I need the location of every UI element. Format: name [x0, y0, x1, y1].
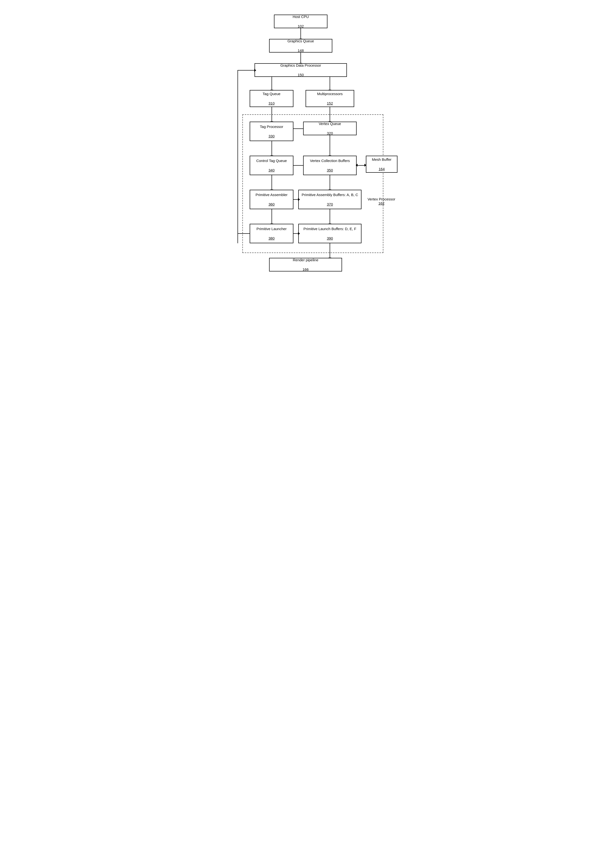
graphics-queue-label: Graphics Queue: [288, 39, 314, 44]
arrow-gdp-to-mp: [330, 77, 330, 90]
pl-label: Primitive Launcher: [256, 227, 287, 231]
gdp-ref: 150: [297, 72, 303, 77]
arrow-cpu-to-gq: [300, 28, 301, 39]
arrow-gq-to-gdp: [300, 52, 301, 63]
arrow-mp-to-vq: [330, 107, 330, 121]
arrow-pl-to-plb: [294, 233, 298, 234]
arrow-pa-to-pl: [272, 209, 272, 224]
rp-label: Render pipeline: [293, 258, 318, 263]
arrow-tp-to-ctq: [272, 141, 272, 156]
primitive-launch-buffers-box: Primitive Launch Buffers: D, E, F 390: [298, 224, 361, 243]
mesh-buffer-box: Mesh Buffer 164: [366, 156, 398, 173]
rp-ref: 166: [302, 267, 308, 272]
feedback-bottom-h: [237, 233, 250, 234]
arrow-pa-to-pab: [294, 199, 298, 200]
arrow-ctq-to-pa: [272, 175, 272, 190]
multiprocessors-box: Multiprocessors 152: [306, 90, 354, 107]
pl-ref: 380: [269, 236, 275, 241]
pa-label: Primitive Assembler: [256, 192, 288, 197]
ctq-label: Control Tag Queue: [256, 158, 287, 163]
tp-ref: 330: [269, 134, 275, 139]
primitive-assembler-box: Primitive Assembler 360: [250, 190, 294, 209]
vertex-queue-box: Vertex Queue 320: [303, 121, 357, 135]
primitive-assembly-buffers-box: Primitive Assembly Buffers: A, B, C 370: [298, 190, 361, 209]
arrow-plb-to-rp: [330, 243, 330, 258]
diagram: Host CPU 102 Graphics Queue 148 Graphics…: [215, 10, 401, 268]
control-tag-queue-box: Control Tag Queue 340: [250, 156, 294, 175]
arrow-ctq-right-h: [294, 165, 303, 165]
vcb-ref: 350: [327, 168, 333, 173]
arrow-gdp-to-tq: [272, 77, 272, 90]
gdp-label: Graphics Data Processor: [280, 63, 321, 68]
mb-ref: 164: [379, 167, 385, 172]
render-pipeline-box: Render pipeline 166: [269, 258, 342, 271]
arrow-tp-to-vq-h: [294, 128, 303, 129]
graphics-queue-ref: 148: [297, 48, 303, 53]
arrow-vcb-to-pab: [330, 175, 330, 190]
tag-queue-label: Tag Queue: [262, 91, 280, 96]
graphics-data-processor-box: Graphics Data Processor 150: [255, 63, 347, 77]
pab-label: Primitive Assembly Buffers: A, B, C: [302, 192, 358, 197]
tag-queue-ref: 310: [269, 101, 275, 106]
vq-label: Vertex Queue: [319, 121, 341, 126]
vertex-processor-label: Vertex Processor 162: [365, 197, 398, 205]
tag-queue-box: Tag Queue 310: [250, 90, 294, 107]
arrow-tq-to-tp: [272, 107, 272, 121]
vcb-label: Vertex Collection Buffers: [310, 158, 350, 163]
host-cpu-box: Host CPU 102: [274, 14, 327, 28]
plb-ref: 390: [327, 236, 333, 241]
vq-ref: 320: [327, 131, 333, 136]
host-cpu-ref: 102: [297, 24, 303, 29]
feedback-left-v: [237, 70, 238, 243]
feedback-top-h: [237, 70, 255, 71]
mp-ref: 152: [327, 101, 333, 106]
vertex-collection-buffers-box: Vertex Collection Buffers 350: [303, 156, 357, 175]
mb-label: Mesh Buffer: [372, 157, 391, 162]
pab-ref: 370: [327, 202, 333, 207]
arrow-vcb-mb-right-head: [365, 164, 366, 167]
arrow-vcb-mb-left-head: [356, 164, 358, 167]
tp-label: Tag Processor: [260, 124, 283, 129]
ctq-ref: 340: [269, 168, 275, 173]
arrow-vq-to-vcb: [330, 135, 330, 156]
host-cpu-label: Host CPU: [293, 14, 309, 19]
graphics-queue-box: Graphics Queue 148: [269, 39, 332, 52]
primitive-launcher-box: Primitive Launcher 380: [250, 224, 294, 243]
arrow-pab-to-plb: [330, 209, 330, 224]
tag-processor-box: Tag Processor 330: [250, 121, 294, 141]
plb-label: Primitive Launch Buffers: D, E, F: [303, 227, 356, 231]
pa-ref: 360: [269, 202, 275, 207]
mp-label: Multiprocessors: [317, 91, 343, 96]
